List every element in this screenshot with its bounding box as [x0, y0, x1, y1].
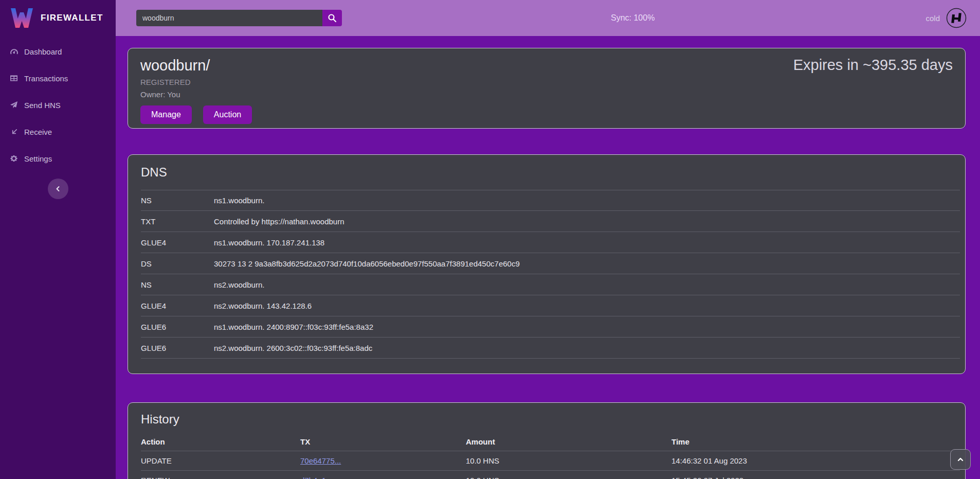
history-time: 14:46:32 01 Aug 2023	[672, 456, 960, 465]
dns-record-value: ns1.woodburn.	[214, 196, 960, 205]
settings-gear-icon	[9, 154, 19, 163]
dns-record-value: ns2.woodburn. 2600:3c02::f03c:93ff:fe5a:…	[214, 344, 960, 352]
history-col-tx: TX	[300, 437, 466, 446]
sidebar-item-label: Receive	[24, 128, 52, 136]
sidebar-nav: Dashboard Transactions Send HNS	[0, 36, 116, 172]
manage-button[interactable]: Manage	[140, 105, 192, 124]
domain-actions: Manage Auction	[140, 105, 953, 124]
sidebar-item-label: Transactions	[24, 74, 68, 83]
domain-card: woodburn/ REGISTERED Owner: You Manage A…	[128, 48, 966, 129]
sidebar-item-label: Settings	[24, 154, 52, 163]
chevron-left-icon	[54, 185, 62, 193]
sidebar-item-label: Dashboard	[24, 47, 62, 56]
dns-card: DNS NS ns1.woodburn. TXT Controlled by h…	[128, 154, 966, 374]
sidebar-item-send-hns[interactable]: Send HNS	[0, 92, 116, 118]
dns-record-row: GLUE6 ns1.woodburn. 2400:8907::f03c:93ff…	[141, 316, 960, 338]
sidebar-collapse-button[interactable]	[48, 179, 68, 199]
history-card: History Action TX Amount Time UPDATE 70e…	[128, 402, 966, 479]
search-group	[136, 10, 342, 26]
dns-record-value: ns1.woodburn. 2400:8907::f03c:93ff:fe5a:…	[214, 323, 960, 331]
dns-card-title: DNS	[141, 165, 960, 180]
dns-record-type: GLUE4	[141, 238, 214, 247]
history-action: UPDATE	[141, 456, 300, 465]
domain-status-badge: REGISTERED	[140, 78, 953, 86]
history-action: RENEW	[141, 476, 300, 479]
chevron-up-icon	[956, 455, 965, 464]
history-row: RENEW d7b4e1... 10.0 HNS 15:45:36 07 Jul…	[141, 471, 960, 479]
firewallet-w-logo-icon	[10, 8, 34, 28]
main-content: woodburn/ REGISTERED Owner: You Manage A…	[116, 36, 980, 479]
dns-record-value: ns1.woodburn. 170.187.241.138	[214, 238, 960, 247]
brand: FIREWALLET	[0, 0, 116, 36]
history-time: 15:45:36 07 Jul 2023	[672, 476, 960, 479]
search-icon	[328, 13, 337, 23]
dns-record-value: ns2.woodburn. 143.42.128.6	[214, 301, 960, 310]
scroll-to-top-button[interactable]	[950, 449, 971, 470]
transactions-table-icon	[9, 74, 19, 82]
sidebar-item-receive[interactable]: Receive	[0, 118, 116, 145]
search-input[interactable]	[136, 10, 322, 26]
handshake-logo-icon[interactable]	[946, 8, 967, 28]
sidebar-item-dashboard[interactable]: Dashboard	[0, 38, 116, 65]
dns-record-type: GLUE6	[141, 323, 214, 331]
history-card-title: History	[141, 412, 960, 427]
dns-record-row: NS ns1.woodburn.	[141, 190, 960, 211]
dns-record-type: NS	[141, 196, 214, 205]
brand-name: FIREWALLET	[41, 13, 103, 23]
dns-record-type: TXT	[141, 217, 214, 226]
tx-link[interactable]: 70e64775...	[300, 456, 341, 465]
history-col-amount: Amount	[466, 437, 672, 446]
sidebar-item-transactions[interactable]: Transactions	[0, 65, 116, 92]
sync-status: Sync: 100%	[611, 13, 655, 23]
dns-record-row: GLUE4 ns2.woodburn. 143.42.128.6	[141, 295, 960, 316]
wallet-name: cold	[925, 14, 940, 23]
receive-arrow-icon	[9, 128, 19, 136]
dns-record-row: GLUE6 ns2.woodburn. 2600:3c02::f03c:93ff…	[141, 338, 960, 359]
dns-record-type: DS	[141, 259, 214, 268]
dns-record-value: Controlled by https://nathan.woodburn	[214, 217, 960, 226]
auction-button[interactable]: Auction	[203, 105, 252, 124]
wallet-group: cold	[925, 8, 980, 28]
dashboard-gauge-icon	[9, 47, 19, 56]
domain-expiry: Expires in ~395.35 days	[793, 57, 953, 74]
history-amount: 10.0 HNS	[466, 476, 672, 479]
history-amount: 10.0 HNS	[466, 456, 672, 465]
tx-link[interactable]: d7b4e1...	[300, 476, 333, 479]
dns-record-type: GLUE4	[141, 301, 214, 310]
dns-record-value: ns2.woodburn.	[214, 280, 960, 289]
dns-record-row: GLUE4 ns1.woodburn. 170.187.241.138	[141, 232, 960, 253]
dns-record-row: TXT Controlled by https://nathan.woodbur…	[141, 211, 960, 232]
sidebar-item-settings[interactable]: Settings	[0, 145, 116, 172]
sidebar-item-label: Send HNS	[24, 101, 61, 110]
sidebar: FIREWALLET Dashboard Transactions	[0, 0, 116, 479]
dns-record-row: NS ns2.woodburn.	[141, 274, 960, 295]
dns-record-value: 30273 13 2 9a3a8fb3d625d2a2073d740f10da6…	[214, 259, 960, 268]
domain-owner: Owner: You	[140, 90, 953, 99]
history-row: UPDATE 70e64775... 10.0 HNS 14:46:32 01 …	[141, 451, 960, 471]
topbar: Sync: 100% cold	[116, 0, 980, 36]
dns-table: NS ns1.woodburn. TXT Controlled by https…	[141, 190, 960, 359]
history-col-time: Time	[672, 437, 960, 446]
dns-record-type: NS	[141, 280, 214, 289]
send-plane-icon	[9, 101, 19, 109]
dns-record-type: GLUE6	[141, 344, 214, 352]
history-col-action: Action	[141, 437, 300, 446]
search-button[interactable]	[322, 10, 342, 26]
dns-record-row: DS 30273 13 2 9a3a8fb3d625d2a2073d740f10…	[141, 253, 960, 274]
history-header-row: Action TX Amount Time	[141, 433, 960, 451]
